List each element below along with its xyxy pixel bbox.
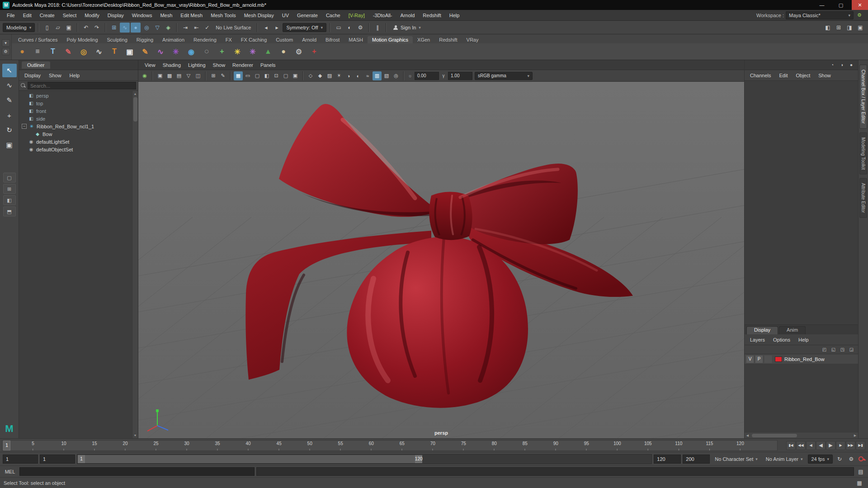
playback-range[interactable]: 1 120	[78, 455, 422, 463]
workspace-gear-icon[interactable]: ⚙	[855, 11, 863, 19]
menu-edit[interactable]: Edit	[19, 10, 36, 20]
channel-slow-speed-icon[interactable]: ◔	[828, 61, 836, 69]
maximize-button[interactable]: ▢	[833, 0, 849, 10]
shelf-options-gear-icon[interactable]: ⚙	[2, 48, 10, 55]
shadows-icon[interactable]: ◑	[344, 71, 353, 80]
menu-select[interactable]: Select	[59, 10, 81, 20]
shelf-tab-rigging[interactable]: Rigging	[132, 36, 158, 43]
symmetry-dropdown[interactable]: Symmetry: Off▾	[283, 23, 326, 32]
channel-hyper-speed-icon[interactable]: ●	[847, 61, 855, 69]
viewport-menu-show[interactable]: Show	[209, 62, 229, 68]
snap-to-projected-center-icon[interactable]: ◎	[142, 23, 151, 33]
layer-visibility-toggle[interactable]: V	[746, 355, 754, 363]
command-line-input[interactable]	[19, 467, 255, 476]
workspace-dropdown[interactable]: Maya Classic* ▾	[786, 11, 854, 19]
menu-uv[interactable]: UV	[278, 10, 293, 20]
play-forward-button[interactable]: ▶	[826, 441, 835, 450]
bow-model[interactable]	[245, 104, 633, 408]
shelf-tab-sculpting[interactable]: Sculpting	[103, 36, 132, 43]
shelf-ball-icon[interactable]: ●	[277, 45, 290, 58]
move-layer-up-icon[interactable]: ◰	[821, 346, 828, 353]
image-plane-icon[interactable]: ◫	[193, 71, 203, 80]
scroll-right-icon[interactable]: ▶	[852, 432, 858, 438]
menu-v-ray[interactable]: [V-Ray]	[344, 10, 369, 20]
playhead[interactable]: 1	[3, 441, 10, 450]
shelf-svg-icon[interactable]: ▣	[123, 45, 137, 58]
new-empty-layer-icon[interactable]: ◳	[839, 346, 846, 353]
shelf-light-icon[interactable]: ☀	[231, 45, 244, 58]
toggle-panel-grid-icon[interactable]: ⊞	[834, 23, 844, 33]
new-scene-icon[interactable]: ▯	[42, 23, 52, 33]
outliner-menu-display[interactable]: Display	[21, 73, 44, 78]
shelf-torus-icon[interactable]: ◎	[77, 45, 90, 58]
menu-mesh[interactable]: Mesh	[156, 10, 176, 20]
playback-end-field[interactable]	[654, 455, 681, 464]
make-live-icon[interactable]: ◈	[163, 23, 173, 33]
new-layer-from-selected-icon[interactable]: ◲	[848, 346, 855, 353]
scroll-track[interactable]	[751, 433, 852, 438]
shelf-cone-icon[interactable]: ▲	[261, 45, 275, 58]
scroll-down-icon[interactable]: ▼	[132, 432, 138, 438]
shelf-motion-trail-icon[interactable]: ∿	[154, 45, 167, 58]
lasso-tool[interactable]: ∿	[2, 79, 17, 92]
outliner-menu-show[interactable]: Show	[45, 73, 65, 78]
toggle-panel-full-icon[interactable]: ▣	[855, 23, 865, 33]
save-scene-icon[interactable]: ▣	[64, 23, 74, 33]
shelf-tab-bifrost[interactable]: Bifrost	[321, 36, 344, 43]
playback-start-field[interactable]	[40, 455, 75, 464]
view-transform-dropdown[interactable]: sRGB gamma▾	[475, 72, 533, 80]
shelf-spiral-icon[interactable]: ◌	[200, 45, 213, 58]
layer-row[interactable]: VPRibbon_Red_Bow	[745, 354, 858, 364]
camera-attributes-icon[interactable]: ▤	[175, 71, 184, 80]
snap-to-grid-icon[interactable]: ⊞	[109, 23, 119, 33]
outliner-item-bow[interactable]: ◆Bow	[19, 130, 132, 138]
quick-help-icon[interactable]: ▦	[854, 478, 864, 488]
camera-lock-icon[interactable]: ▩	[165, 71, 174, 80]
layer-scrollbar[interactable]: ◀ ▶	[745, 432, 858, 438]
motion-blur-icon[interactable]: ≈	[363, 71, 372, 80]
shelf-flower-icon[interactable]: ✳	[246, 45, 259, 58]
gate-mask-icon[interactable]: ◧	[262, 71, 271, 80]
snap-to-point-icon[interactable]: ●	[131, 23, 141, 33]
layer-editor-menu-options[interactable]: Options	[769, 337, 794, 343]
playback-loop-icon[interactable]: ↻	[835, 454, 844, 464]
camera-select-icon[interactable]: ▣	[156, 71, 165, 80]
snap-to-view-plane-icon[interactable]: ▽	[152, 23, 162, 33]
animation-start-field[interactable]	[3, 455, 38, 464]
menu-set-dropdown[interactable]: Modeling▾	[3, 23, 35, 32]
animation-preferences-icon[interactable]: ⚙	[846, 454, 856, 464]
shelf-sphere-icon[interactable]: ●	[15, 45, 29, 58]
outliner-menu-help[interactable]: Help	[66, 73, 84, 78]
command-line-language-button[interactable]: MEL	[2, 469, 18, 474]
rotate-tool[interactable]: ↻	[2, 123, 17, 137]
viewport-menu-view[interactable]: View	[141, 62, 159, 68]
menu-display[interactable]: Display	[104, 10, 128, 20]
range-slider[interactable]: 1 120	[77, 454, 652, 464]
expand-toggle-icon[interactable]: −	[22, 124, 27, 129]
shelf-tab-curves-surfaces[interactable]: Curves / Surfaces	[14, 36, 62, 43]
shaded-icon[interactable]: ◆	[316, 71, 325, 80]
ipr-render-icon[interactable]: ◐	[344, 23, 354, 33]
move-tool[interactable]: +	[2, 108, 17, 122]
layout-single-pane-button[interactable]: ▢	[3, 173, 16, 183]
outliner-item-defaultlightset[interactable]: ◉defaultLightSet	[19, 138, 132, 145]
menu-edit-mesh[interactable]: Edit Mesh	[176, 10, 207, 20]
shelf-tab-fx[interactable]: FX	[221, 36, 236, 43]
output-connections-icon[interactable]: ⇤	[191, 23, 201, 33]
renderer-status-icon[interactable]: ◉	[140, 71, 149, 80]
outliner-search-input[interactable]	[28, 82, 136, 89]
isolate-select-icon[interactable]: ◎	[392, 71, 401, 80]
construction-history-icon[interactable]: ✓	[202, 23, 212, 33]
scroll-thumb[interactable]	[133, 97, 137, 122]
pan-zoom-2d-icon[interactable]: ⊞	[209, 71, 218, 80]
side-tab-channel-box-layer-editor[interactable]: Channel Box / Layer Editor	[859, 65, 867, 129]
layer-color-swatch[interactable]	[775, 357, 782, 362]
outliner-item-top[interactable]: ◧top	[19, 99, 132, 107]
fps-dropdown[interactable]: 24 fps ▾	[808, 455, 833, 464]
multisample-icon[interactable]: ▥	[373, 71, 382, 80]
field-chart-icon[interactable]: ⊡	[272, 71, 281, 80]
menu-windows[interactable]: Windows	[128, 10, 156, 20]
render-frame-icon[interactable]: ▭	[334, 23, 344, 33]
bookmarks-icon[interactable]: ▽	[184, 71, 193, 80]
viewport-menu-panels[interactable]: Panels	[257, 62, 279, 68]
